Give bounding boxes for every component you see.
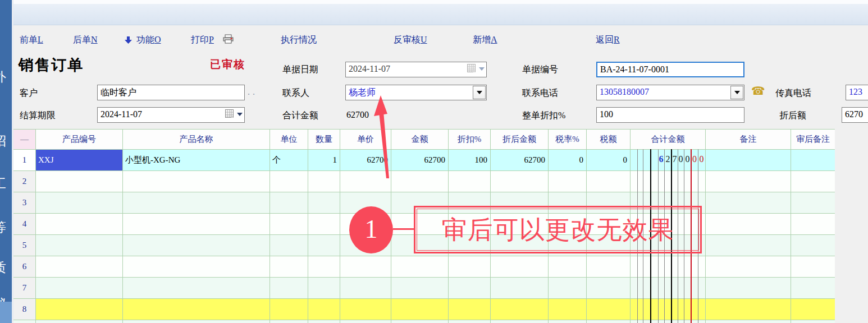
- empty-cell[interactable]: [391, 256, 449, 278]
- empty-cell[interactable]: [631, 171, 706, 192]
- empty-cell[interactable]: [449, 299, 491, 320]
- empty-cell[interactable]: [706, 235, 791, 256]
- empty-cell[interactable]: [270, 192, 308, 214]
- empty-cell[interactable]: [449, 256, 491, 278]
- toolbar-next-button[interactable]: 后单N: [73, 34, 98, 46]
- tax-cell[interactable]: 0: [587, 150, 631, 171]
- empty-cell[interactable]: [706, 320, 791, 323]
- empty-cell[interactable]: [308, 214, 340, 235]
- calendar-icon[interactable]: [225, 109, 243, 119]
- toolbar-unaudit-button[interactable]: 反审核U: [394, 34, 427, 46]
- empty-cell[interactable]: [270, 299, 308, 320]
- empty-cell[interactable]: [36, 171, 123, 192]
- doc-date-field[interactable]: 2024-11-07: [345, 62, 487, 77]
- amount-cell[interactable]: 62700: [391, 150, 449, 171]
- empty-cell[interactable]: [391, 278, 449, 299]
- whole-discount-field[interactable]: 100: [596, 107, 744, 123]
- empty-cell[interactable]: [123, 256, 270, 278]
- product-code-cell[interactable]: XXJ: [36, 150, 123, 171]
- empty-cell[interactable]: [449, 171, 491, 192]
- empty-cell[interactable]: [549, 171, 587, 192]
- empty-cell[interactable]: [123, 235, 270, 256]
- empty-cell[interactable]: [791, 256, 835, 278]
- telephone-icon[interactable]: ☎: [751, 84, 765, 98]
- empty-cell[interactable]: [706, 214, 791, 235]
- contact-dropdown-button[interactable]: [473, 86, 486, 99]
- printer-icon[interactable]: [223, 34, 234, 46]
- empty-cell[interactable]: [308, 256, 340, 278]
- empty-cell[interactable]: [631, 278, 706, 299]
- empty-cell[interactable]: [549, 320, 587, 323]
- empty-cell[interactable]: [791, 214, 835, 235]
- empty-cell[interactable]: [270, 171, 308, 192]
- phone-combobox[interactable]: 13058180007: [596, 85, 744, 100]
- empty-cell[interactable]: [631, 256, 706, 278]
- empty-cell[interactable]: [123, 320, 270, 323]
- empty-cell[interactable]: [491, 278, 549, 299]
- product-name-cell[interactable]: 小型机-XG-NG: [123, 150, 270, 171]
- settle-date-field[interactable]: 2024-11-07: [97, 107, 245, 123]
- empty-cell[interactable]: [340, 256, 391, 278]
- empty-cell[interactable]: [340, 278, 391, 299]
- empty-cell[interactable]: [308, 235, 340, 256]
- toolbar-add-button[interactable]: 新增A: [473, 34, 497, 46]
- doc-no-field[interactable]: BA-24-11-07-0001: [596, 62, 744, 77]
- empty-cell[interactable]: [308, 171, 340, 192]
- empty-cell[interactable]: [340, 171, 391, 192]
- empty-cell[interactable]: [549, 299, 587, 320]
- empty-cell[interactable]: [270, 278, 308, 299]
- empty-cell[interactable]: [36, 214, 123, 235]
- tax-rate-cell[interactable]: 0: [549, 150, 587, 171]
- customer-field[interactable]: 临时客户: [97, 85, 245, 100]
- empty-cell[interactable]: [549, 256, 587, 278]
- empty-cell[interactable]: [308, 299, 340, 320]
- empty-cell[interactable]: [706, 256, 791, 278]
- empty-cell[interactable]: [791, 171, 835, 192]
- empty-cell[interactable]: [123, 214, 270, 235]
- calendar-icon[interactable]: [467, 64, 485, 73]
- qty-cell[interactable]: 1: [308, 150, 340, 171]
- empty-cell[interactable]: [270, 256, 308, 278]
- contact-combobox[interactable]: 杨老师: [345, 85, 487, 100]
- empty-cell[interactable]: [491, 171, 549, 192]
- total-amount-cell[interactable]: [631, 150, 706, 171]
- toolbar-return-button[interactable]: 返回R: [596, 34, 620, 46]
- empty-cell[interactable]: [123, 278, 270, 299]
- empty-cell[interactable]: [340, 299, 391, 320]
- empty-cell[interactable]: [36, 256, 123, 278]
- empty-cell[interactable]: [587, 278, 631, 299]
- empty-cell[interactable]: [123, 299, 270, 320]
- empty-cell[interactable]: [791, 278, 835, 299]
- toolbar-function-button[interactable]: 功能O: [136, 34, 161, 46]
- empty-cell[interactable]: [706, 192, 791, 214]
- empty-cell[interactable]: [36, 320, 123, 323]
- toolbar-print-button[interactable]: 打印P: [191, 34, 214, 46]
- empty-cell[interactable]: [308, 192, 340, 214]
- empty-cell[interactable]: [587, 299, 631, 320]
- fax-field[interactable]: 123: [846, 85, 868, 100]
- empty-cell[interactable]: [340, 320, 391, 323]
- empty-cell[interactable]: [631, 320, 706, 323]
- audit-note-cell[interactable]: [791, 150, 835, 171]
- empty-cell[interactable]: [791, 235, 835, 256]
- empty-cell[interactable]: [549, 278, 587, 299]
- empty-cell[interactable]: [491, 299, 549, 320]
- discounted-amount-field[interactable]: 6270: [842, 107, 868, 123]
- empty-cell[interactable]: [449, 278, 491, 299]
- empty-cell[interactable]: [391, 320, 449, 323]
- empty-cell[interactable]: [36, 299, 123, 320]
- empty-cell[interactable]: [791, 320, 835, 323]
- price-cell[interactable]: 62700: [340, 150, 391, 171]
- toolbar-prev-button[interactable]: 前单L: [20, 34, 43, 46]
- unit-cell[interactable]: 个: [270, 150, 308, 171]
- empty-cell[interactable]: [491, 256, 549, 278]
- empty-cell[interactable]: [706, 299, 791, 320]
- empty-cell[interactable]: [791, 192, 835, 214]
- customer-browse-dots[interactable]: ..: [248, 87, 258, 97]
- empty-cell[interactable]: [587, 171, 631, 192]
- empty-cell[interactable]: [391, 171, 449, 192]
- empty-cell[interactable]: [270, 320, 308, 323]
- empty-cell[interactable]: [36, 278, 123, 299]
- empty-cell[interactable]: [706, 171, 791, 192]
- empty-cell[interactable]: [270, 214, 308, 235]
